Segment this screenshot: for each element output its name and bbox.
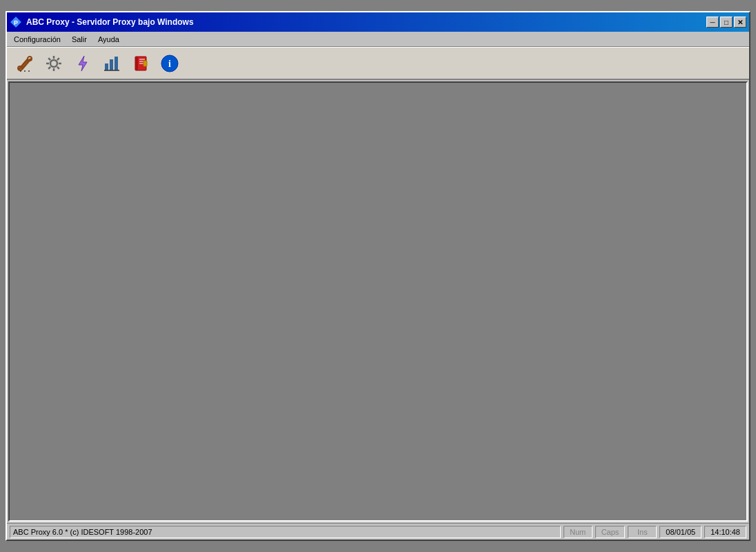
- num-indicator: Num: [564, 526, 593, 538]
- svg-marker-18: [79, 56, 87, 71]
- svg-point-6: [20, 70, 21, 72]
- svg-rect-21: [115, 57, 118, 70]
- time-display: 14:10:48: [704, 526, 746, 538]
- window-title: ABC Proxy - Servidor Proxy bajo Windows: [26, 17, 706, 27]
- toolbar: i: [7, 47, 749, 80]
- svg-line-14: [48, 58, 50, 60]
- svg-text:P: P: [14, 19, 18, 26]
- toolbar-tools-button[interactable]: [11, 50, 39, 77]
- toolbar-bolt-button[interactable]: [69, 50, 97, 77]
- svg-point-7: [24, 70, 26, 72]
- menu-ayuda[interactable]: Ayuda: [92, 34, 125, 45]
- svg-rect-24: [135, 57, 138, 70]
- minimize-button[interactable]: ─: [706, 17, 719, 28]
- app-icon: P: [10, 16, 22, 28]
- titlebar: P ABC Proxy - Servidor Proxy bajo Window…: [7, 12, 749, 32]
- svg-rect-20: [110, 59, 113, 70]
- gear-icon: [44, 54, 63, 73]
- stats-icon: [102, 54, 121, 73]
- svg-line-17: [48, 66, 50, 68]
- svg-point-9: [50, 60, 57, 67]
- main-window: P ABC Proxy - Servidor Proxy bajo Window…: [6, 11, 750, 541]
- toolbar-settings-button[interactable]: [40, 50, 68, 77]
- statusbar: ABC Proxy 6.0 * (c) IDESOFT 1998-2007 Nu…: [7, 523, 749, 540]
- date-display: 08/01/05: [659, 526, 702, 538]
- svg-line-16: [57, 58, 59, 60]
- close-button[interactable]: ✕: [734, 17, 746, 28]
- toolbar-info-button[interactable]: i: [156, 50, 183, 77]
- svg-line-15: [57, 66, 59, 68]
- tools-icon: [15, 54, 34, 73]
- svg-rect-19: [105, 63, 108, 70]
- svg-text:i: i: [168, 59, 171, 69]
- maximize-button[interactable]: □: [720, 17, 733, 28]
- toolbar-book-button[interactable]: [127, 50, 155, 77]
- menubar: Configuración Salir Ayuda: [7, 32, 749, 47]
- toolbar-stats-button[interactable]: [98, 50, 126, 77]
- ins-indicator: Ins: [628, 526, 657, 538]
- lightning-icon: [73, 54, 92, 73]
- main-content: [8, 81, 748, 522]
- svg-rect-28: [143, 61, 147, 66]
- window-controls: ─ □ ✕: [706, 17, 746, 28]
- book-icon: [131, 54, 150, 73]
- menu-salir[interactable]: Salir: [66, 34, 92, 45]
- menu-configuracion[interactable]: Configuración: [8, 34, 66, 45]
- info-icon: i: [160, 54, 179, 73]
- caps-indicator: Caps: [595, 526, 626, 538]
- status-text: ABC Proxy 6.0 * (c) IDESOFT 1998-2007: [10, 526, 561, 538]
- svg-point-8: [28, 70, 30, 72]
